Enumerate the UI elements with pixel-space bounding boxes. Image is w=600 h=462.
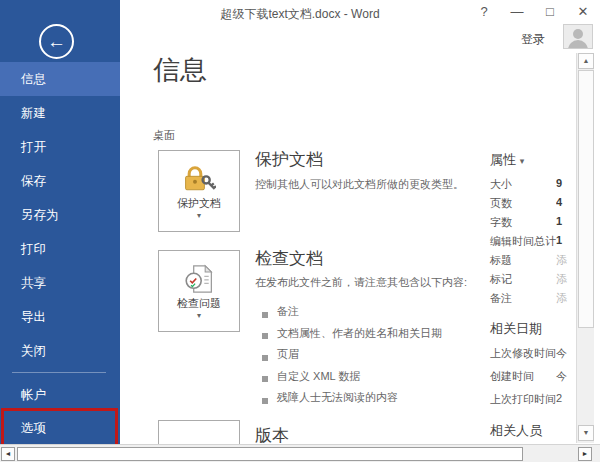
maximize-button[interactable]: □ — [543, 4, 557, 19]
prop-value-pages: 4 — [556, 196, 575, 208]
date-value-modified: 今 — [556, 346, 575, 361]
sidebar-item-export[interactable]: 导出 — [0, 300, 120, 334]
related-people-heading: 相关人员 — [490, 422, 542, 440]
sidebar-item-account[interactable]: 帐户 — [0, 378, 120, 412]
page-title: 信息 — [153, 52, 207, 88]
vertical-scrollbar[interactable]: ▲ ▼ — [576, 53, 594, 443]
bullet-square-icon — [262, 312, 268, 318]
scroll-down-arrow-icon[interactable]: ▼ — [578, 425, 594, 441]
sign-in-link[interactable]: 登录 — [521, 31, 545, 48]
inspect-bullet-list: 备注 文档属性、作者的姓名和相关日期 页眉 自定义 XML 数据 残障人士无法阅… — [262, 304, 482, 412]
check-for-issues-button[interactable]: 检查问题 ▾ — [158, 250, 240, 332]
close-button[interactable]: ✕ — [576, 4, 590, 19]
protect-heading: 保护文档 — [255, 148, 323, 171]
word-backstage-window: 超级下载text文档.docx - Word ? — □ ✕ 登录 ← 信息 新… — [0, 0, 600, 462]
horizontal-scrollbar-thumb[interactable] — [17, 447, 523, 461]
bullet-square-icon — [262, 333, 268, 339]
prop-value-tags[interactable]: 添 — [556, 272, 575, 287]
prop-label-words: 字数 — [490, 215, 560, 230]
prop-value-words: 1 — [556, 215, 575, 227]
lock-key-icon — [182, 164, 216, 194]
date-value-printed: 2 — [556, 392, 575, 404]
list-item: 备注 — [262, 304, 482, 326]
sidebar-item-new[interactable]: 新建 — [0, 96, 120, 130]
bullet-square-icon — [262, 398, 268, 404]
prop-label-pages: 页数 — [490, 196, 560, 211]
bullet-square-icon — [262, 376, 268, 382]
properties-dropdown[interactable]: 属性 ▾ — [490, 151, 524, 169]
inspect-heading: 检查文档 — [255, 247, 323, 270]
inspect-description: 在发布此文件之前，请注意其包含以下内容: — [255, 274, 469, 291]
check-issues-button-label: 检查问题 — [177, 296, 221, 311]
sidebar-item-share[interactable]: 共享 — [0, 266, 120, 300]
date-label-printed: 上次打印时间 — [490, 392, 560, 407]
inspect-document-icon — [183, 264, 215, 294]
bullet-square-icon — [262, 355, 268, 361]
window-controls: ? — □ ✕ — [477, 4, 590, 19]
sidebar-item-open[interactable]: 打开 — [0, 130, 120, 164]
prop-label-editing-time: 编辑时间总计 — [490, 234, 560, 249]
sidebar-item-options[interactable]: 选项 — [0, 411, 120, 445]
sidebar-item-info[interactable]: 信息 — [0, 62, 120, 96]
prop-label-tags: 标记 — [490, 272, 560, 287]
dropdown-caret-icon: ▾ — [197, 213, 201, 219]
scroll-left-arrow-icon[interactable]: ◄ — [1, 447, 15, 461]
prop-value-editing-time: 1 — [556, 234, 575, 246]
scroll-right-arrow-icon[interactable]: ► — [578, 447, 592, 461]
vertical-scrollbar-thumb[interactable] — [578, 70, 594, 328]
related-dates-heading: 相关日期 — [490, 320, 542, 338]
list-item: 自定义 XML 数据 — [262, 369, 482, 391]
sidebar-item-close[interactable]: 关闭 — [0, 334, 120, 368]
protect-description: 控制其他人可以对此文档所做的更改类型。 — [255, 176, 469, 193]
user-avatar-icon[interactable] — [563, 24, 593, 49]
prop-value-comments[interactable]: 添 — [556, 291, 575, 306]
sidebar-item-print[interactable]: 打印 — [0, 232, 120, 266]
protect-document-button[interactable]: 保护文档 ▾ — [158, 150, 240, 232]
protect-button-label: 保护文档 — [177, 196, 221, 211]
list-item: 页眉 — [262, 347, 482, 369]
sidebar-item-save[interactable]: 保存 — [0, 164, 120, 198]
date-label-created: 创建时间 — [490, 369, 560, 384]
date-value-created: 今 — [556, 369, 575, 384]
document-location: 桌面 — [153, 128, 175, 143]
prop-value-title[interactable]: 添 — [556, 253, 575, 268]
backstage-sidebar: ← 信息 新建 打开 保存 另存为 打印 共享 导出 关闭 帐户 选项 — [0, 0, 120, 444]
help-button[interactable]: ? — [477, 4, 491, 19]
scroll-up-arrow-icon[interactable]: ▲ — [578, 53, 594, 69]
sidebar-item-save-as[interactable]: 另存为 — [0, 198, 120, 232]
back-button[interactable]: ← — [39, 24, 74, 59]
prop-label-size: 大小 — [490, 177, 560, 192]
list-item: 文档属性、作者的姓名和相关日期 — [262, 326, 482, 348]
list-item: 残障人士无法阅读的内容 — [262, 390, 482, 412]
minimize-button[interactable]: — — [510, 4, 524, 19]
horizontal-scrollbar[interactable]: ◄ ► — [0, 444, 600, 462]
dropdown-caret-icon: ▾ — [520, 156, 525, 166]
dropdown-caret-icon: ▾ — [197, 313, 201, 319]
sidebar-divider — [12, 372, 106, 373]
prop-value-size: 9 — [556, 177, 575, 189]
back-arrow-icon: ← — [47, 32, 66, 51]
date-label-modified: 上次修改时间 — [490, 346, 560, 361]
prop-label-comments: 备注 — [490, 291, 560, 306]
prop-label-title: 标题 — [490, 253, 560, 268]
